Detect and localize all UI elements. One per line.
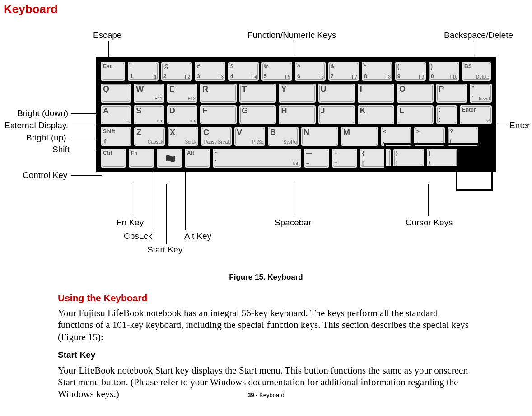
key: CPause Break [200,126,233,147]
key: L [396,104,434,125]
start-key [156,148,183,168]
key: *8F8 [361,61,393,82]
key: EF12 [166,83,198,103]
label-shift: Shift [52,145,70,154]
label-enter: Enter [509,121,530,131]
key: H [278,104,316,125]
key: += [331,148,358,168]
key: A▭ [100,104,132,125]
key: K [357,104,395,125]
key: Shift⇧ [100,126,132,147]
section-heading: Using the Keyboard [58,293,474,304]
keyboard-row: QWF11EF12RTYUIOP"'Insert [100,83,493,103]
key: R [199,83,238,103]
label-start: Start Key [147,245,182,255]
key: O [396,83,434,103]
key: WF11 [133,83,165,103]
key: U [317,83,356,103]
key: ~`Tab [212,148,302,168]
key: &7F7 [327,61,360,82]
label-bright-down: Bright (down) [17,108,68,118]
key: S☼▾ [133,104,165,125]
key: BSysRq [267,126,299,147]
key: #3F3 [194,61,226,82]
key: Esc [100,61,126,82]
key: ZCapsLk [133,126,166,147]
key: F [199,104,238,125]
figure-caption: Figure 15. Keyboard [4,273,528,282]
key: Enter↵ [459,104,493,125]
key: G [238,104,277,125]
key: %5F5 [261,61,293,82]
key: ^6F6 [294,61,327,82]
key: Y [278,83,316,103]
label-backspace: Backspace/Delete [444,30,513,40]
label-ext-display: External Display. [5,121,68,131]
key: @2F2 [160,61,193,82]
page-title: Keyboard [4,2,528,16]
label-ctrl: Control Key [23,170,67,180]
key: XScrLk [167,126,199,147]
cursor-highlight-2 [384,143,493,168]
paragraph-1: Your Fujitsu LifeBook notebook has an in… [58,307,474,343]
cursor-highlight-1 [456,166,493,191]
key: VPrtSc [233,126,266,147]
key: Q [100,83,132,103]
keyboard-row: A▭S☼▾D☼▴FGHJKL:;Enter↵ [100,104,493,125]
key: M [340,126,379,147]
key: Ctrl [100,148,127,168]
key: BSDelete [461,61,492,82]
label-function-keys: Function/Numeric Keys [247,30,336,40]
key: Fn [128,148,155,168]
key: :; [435,104,458,125]
key: (9F9 [394,61,427,82]
key: "'Insert [469,83,493,103]
key: N [300,126,339,147]
key: P [435,83,467,103]
label-escape: Escape [93,30,121,40]
key: Alt [184,148,211,168]
key: T [238,83,277,103]
sub-heading: Start Key [58,350,474,360]
page-footer: 39 - Keyboard [0,392,532,398]
label-cpslck: CpsLck [124,231,152,241]
label-bright-up: Bright (up) [26,133,66,143]
key: )0F10 [428,61,460,82]
key: —– [303,148,330,168]
label-fn: Fn Key [117,218,144,228]
keyboard-diagram: Escape Function/Numeric Keys Backspace/D… [4,19,528,267]
key: D☼▴ [166,104,198,125]
keyboard-row: Esc!1F1@2F2#3F3$4F4%5F5^6F6&7F7*8F8(9F9)… [100,61,493,82]
key: !1F1 [127,61,159,82]
key: $4F4 [227,61,260,82]
key: I [357,83,395,103]
key: J [317,104,356,125]
label-alt: Alt Key [184,231,211,241]
label-cursor: Cursor Keys [406,218,453,228]
label-spacebar: Spacebar [275,218,311,228]
